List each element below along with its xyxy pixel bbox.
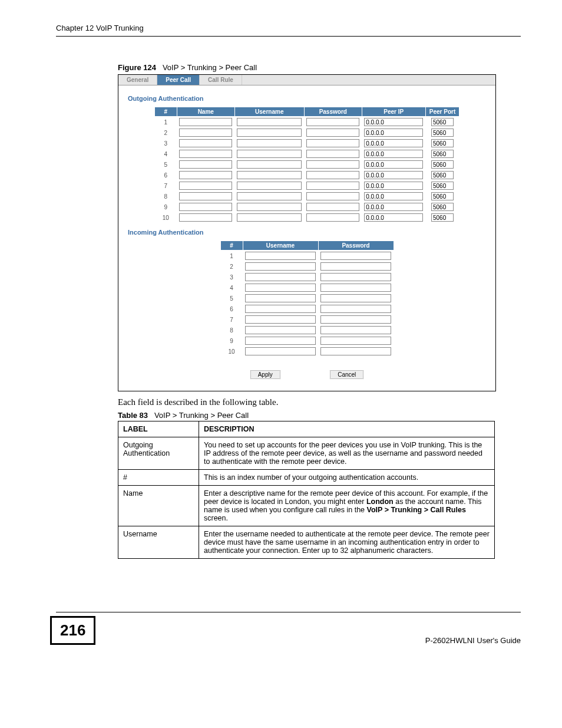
peer-port-input[interactable] <box>431 182 454 190</box>
username-input[interactable] <box>245 305 316 313</box>
password-input[interactable] <box>320 252 391 260</box>
table-row: 1 <box>154 117 459 128</box>
username-input[interactable] <box>237 118 302 126</box>
username-input[interactable] <box>245 347 316 355</box>
username-input[interactable] <box>237 213 302 222</box>
password-input[interactable] <box>306 192 359 200</box>
username-input[interactable] <box>245 284 316 292</box>
desc-text: Enter a descriptive name for the remote … <box>199 486 495 526</box>
password-input[interactable] <box>320 315 391 324</box>
peer-ip-input[interactable] <box>364 139 423 147</box>
apply-button[interactable]: Apply <box>250 370 280 379</box>
password-input[interactable] <box>306 129 359 137</box>
col-index: # <box>154 107 177 117</box>
description-table: LABEL DESCRIPTION Outgoing Authenticatio… <box>118 421 495 559</box>
password-input[interactable] <box>320 305 391 313</box>
table-row: Outgoing AuthenticationYou need to set u… <box>118 437 495 470</box>
password-input[interactable] <box>306 160 359 169</box>
cancel-button[interactable]: Cancel <box>330 370 363 379</box>
row-index: 7 <box>220 314 243 325</box>
peer-ip-input[interactable] <box>364 129 423 137</box>
page-footer: 216 P-2602HWLNI User's Guide <box>56 612 521 645</box>
desc-head-label: LABEL <box>118 421 199 437</box>
peer-ip-input[interactable] <box>364 192 423 200</box>
username-input[interactable] <box>245 252 316 260</box>
username-input[interactable] <box>237 160 302 169</box>
password-input[interactable] <box>306 213 359 222</box>
password-input[interactable] <box>320 326 391 334</box>
table-row: 9 <box>220 335 394 346</box>
peer-ip-input[interactable] <box>364 150 423 158</box>
peer-port-input[interactable] <box>431 139 454 147</box>
password-input[interactable] <box>320 337 391 345</box>
name-input[interactable] <box>179 160 232 169</box>
username-input[interactable] <box>237 182 302 190</box>
username-input[interactable] <box>245 315 316 324</box>
name-input[interactable] <box>179 182 232 190</box>
password-input[interactable] <box>306 118 359 126</box>
peer-ip-input[interactable] <box>364 171 423 179</box>
password-input[interactable] <box>306 139 359 147</box>
password-input[interactable] <box>306 150 359 158</box>
tab-general[interactable]: General <box>118 75 157 85</box>
username-input[interactable] <box>237 150 302 158</box>
password-input[interactable] <box>306 203 359 211</box>
username-input[interactable] <box>245 294 316 302</box>
row-index: 4 <box>154 149 177 159</box>
peer-port-input[interactable] <box>431 213 454 222</box>
username-input[interactable] <box>237 171 302 179</box>
table-row: 8 <box>154 191 459 202</box>
name-input[interactable] <box>179 213 232 222</box>
peer-port-input[interactable] <box>431 171 454 179</box>
peer-port-input[interactable] <box>431 118 454 126</box>
figure-label: Figure 124 <box>118 63 156 72</box>
password-input[interactable] <box>306 171 359 179</box>
peer-port-input[interactable] <box>431 192 454 200</box>
peer-ip-input[interactable] <box>364 182 423 190</box>
name-input[interactable] <box>179 118 232 126</box>
tab-call-rule[interactable]: Call Rule <box>200 75 242 85</box>
username-input[interactable] <box>245 273 316 281</box>
desc-label: Outgoing Authentication <box>118 437 199 470</box>
desc-text: You need to set up accounts for the peer… <box>199 437 495 470</box>
peer-port-input[interactable] <box>431 150 454 158</box>
peer-ip-input[interactable] <box>364 213 423 222</box>
username-input[interactable] <box>237 129 302 137</box>
username-input[interactable] <box>245 326 316 334</box>
col-password: Password <box>318 241 394 251</box>
row-index: 10 <box>154 212 177 223</box>
peer-ip-input[interactable] <box>364 160 423 169</box>
password-input[interactable] <box>320 294 391 302</box>
row-index: 6 <box>220 304 243 314</box>
name-input[interactable] <box>179 129 232 137</box>
username-input[interactable] <box>245 262 316 271</box>
row-index: 7 <box>154 180 177 191</box>
incoming-auth-table: # Username Password 12345678910 <box>220 241 394 357</box>
body-text: Each field is described in the following… <box>118 397 521 407</box>
name-input[interactable] <box>179 171 232 179</box>
username-input[interactable] <box>237 139 302 147</box>
name-input[interactable] <box>179 203 232 211</box>
username-input[interactable] <box>245 337 316 345</box>
password-input[interactable] <box>320 273 391 281</box>
password-input[interactable] <box>306 182 359 190</box>
peer-port-input[interactable] <box>431 129 454 137</box>
peer-port-input[interactable] <box>431 160 454 169</box>
table-title: VoIP > Trunking > Peer Call <box>154 411 249 420</box>
password-input[interactable] <box>320 347 391 355</box>
password-input[interactable] <box>320 284 391 292</box>
name-input[interactable] <box>179 139 232 147</box>
username-input[interactable] <box>237 203 302 211</box>
name-input[interactable] <box>179 192 232 200</box>
outgoing-auth-table: # Name Username Password Peer IP Peer Po… <box>154 107 459 223</box>
row-index: 4 <box>220 282 243 293</box>
username-input[interactable] <box>237 192 302 200</box>
password-input[interactable] <box>320 262 391 271</box>
tab-peer-call[interactable]: Peer Call <box>157 75 200 85</box>
peer-port-input[interactable] <box>431 203 454 211</box>
table-row: 6 <box>154 170 459 180</box>
table-row: 2 <box>220 261 394 272</box>
peer-ip-input[interactable] <box>364 118 423 126</box>
peer-ip-input[interactable] <box>364 203 423 211</box>
name-input[interactable] <box>179 150 232 158</box>
